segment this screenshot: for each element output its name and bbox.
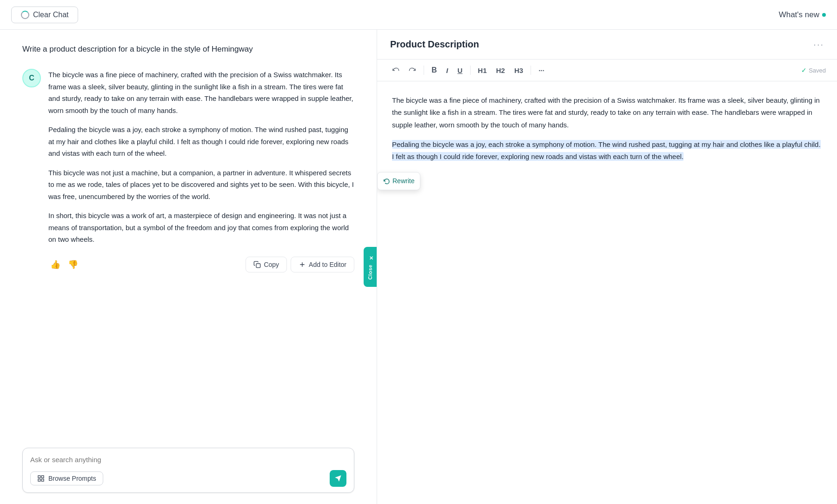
add-to-editor-icon: [299, 261, 306, 268]
toolbar-separator-2: [470, 66, 471, 75]
close-panel-icon: ✕: [367, 254, 373, 261]
vote-buttons: 👍 👎: [48, 258, 80, 272]
h1-button[interactable]: H1: [474, 64, 491, 77]
response-paragraph-2: Pedaling the bicycle was a joy, each str…: [48, 124, 354, 159]
avatar: C: [22, 69, 41, 87]
refresh-icon: [21, 11, 29, 19]
rewrite-popup[interactable]: Rewrite: [377, 172, 420, 190]
chat-messages: Write a product description for a bicycl…: [0, 30, 377, 440]
response-paragraph-3: This bicycle was not just a machine, but…: [48, 167, 354, 203]
bold-button[interactable]: B: [428, 63, 441, 77]
whats-new-label: What's new: [779, 10, 819, 20]
chat-input[interactable]: [30, 456, 346, 464]
add-to-editor-button[interactable]: Add to Editor: [291, 257, 354, 272]
saved-check-icon: ✓: [801, 66, 807, 74]
toolbar-separator-1: [424, 66, 424, 75]
svg-rect-4: [41, 479, 44, 481]
underline-button[interactable]: U: [454, 64, 466, 77]
clear-chat-button[interactable]: Clear Chat: [11, 7, 78, 23]
user-message: Write a product description for a bicycl…: [22, 45, 354, 54]
response-text: The bicycle was a fine piece of machiner…: [48, 69, 354, 245]
action-buttons: Copy Add to Editor: [246, 257, 354, 272]
thumbs-up-icon: 👍: [50, 260, 60, 269]
editor-title: Product Description: [390, 39, 479, 50]
editor-toolbar: B I U H1 H2 H3 ··· ✓ Sa: [377, 60, 837, 81]
chat-panel: Write a product description for a bicycl…: [0, 30, 377, 504]
thumbs-up-button[interactable]: 👍: [48, 258, 62, 272]
header: Clear Chat What's new: [0, 0, 837, 30]
editor-panel: Product Description ··· B I: [377, 30, 837, 504]
close-panel-tab[interactable]: ✕ Close: [364, 247, 377, 287]
chat-input-container: Browse Prompts: [22, 448, 354, 493]
svg-rect-3: [38, 479, 40, 481]
highlighted-text: Pedaling the bicycle was a joy, each str…: [392, 140, 821, 161]
send-button[interactable]: [330, 470, 346, 487]
editor-paragraph-2: Pedaling the bicycle was a joy, each str…: [392, 139, 822, 163]
notification-dot: [822, 13, 826, 17]
h3-button[interactable]: H3: [511, 64, 527, 77]
more-options-button[interactable]: ···: [535, 64, 548, 77]
clear-chat-label: Clear Chat: [33, 11, 68, 19]
thumbs-down-icon: 👎: [68, 260, 78, 269]
svg-rect-1: [38, 476, 40, 478]
browse-prompts-button[interactable]: Browse Prompts: [30, 471, 103, 485]
saved-indicator: ✓ Saved: [801, 66, 826, 74]
main-content: Write a product description for a bicycl…: [0, 30, 837, 504]
undo-icon: [392, 66, 399, 74]
response-paragraph-1: The bicycle was a fine piece of machiner…: [48, 69, 354, 116]
copy-icon: [253, 261, 261, 268]
response-actions: 👍 👎 Copy: [48, 253, 354, 272]
chat-input-area: Browse Prompts: [0, 440, 377, 504]
browse-prompts-icon: [37, 475, 45, 482]
redo-icon: [409, 66, 416, 74]
rewrite-icon: [383, 178, 390, 184]
undo-button[interactable]: [388, 64, 403, 77]
close-panel-label: Close: [367, 265, 373, 279]
rewrite-label: Rewrite: [392, 175, 414, 187]
thumbs-down-button[interactable]: 👎: [66, 258, 80, 272]
response-content: The bicycle was a fine piece of machiner…: [48, 69, 354, 272]
chat-input-footer: Browse Prompts: [30, 470, 346, 487]
send-icon: [334, 475, 342, 482]
editor-content[interactable]: The bicycle was a fine piece of machiner…: [377, 81, 837, 504]
editor-menu-button[interactable]: ···: [813, 39, 824, 50]
svg-rect-2: [41, 476, 44, 478]
ai-response: C The bicycle was a fine piece of machin…: [22, 69, 354, 272]
h2-button[interactable]: H2: [492, 64, 509, 77]
response-paragraph-4: In short, this bicycle was a work of art…: [48, 210, 354, 245]
italic-button[interactable]: I: [443, 64, 452, 77]
toolbar-separator-3: [531, 66, 531, 75]
editor-paragraph-1: The bicycle was a fine piece of machiner…: [392, 94, 822, 131]
copy-button[interactable]: Copy: [246, 257, 287, 272]
svg-rect-0: [256, 264, 260, 268]
whats-new-button[interactable]: What's new: [779, 10, 826, 20]
redo-button[interactable]: [405, 64, 420, 77]
editor-header: Product Description ···: [377, 30, 837, 60]
